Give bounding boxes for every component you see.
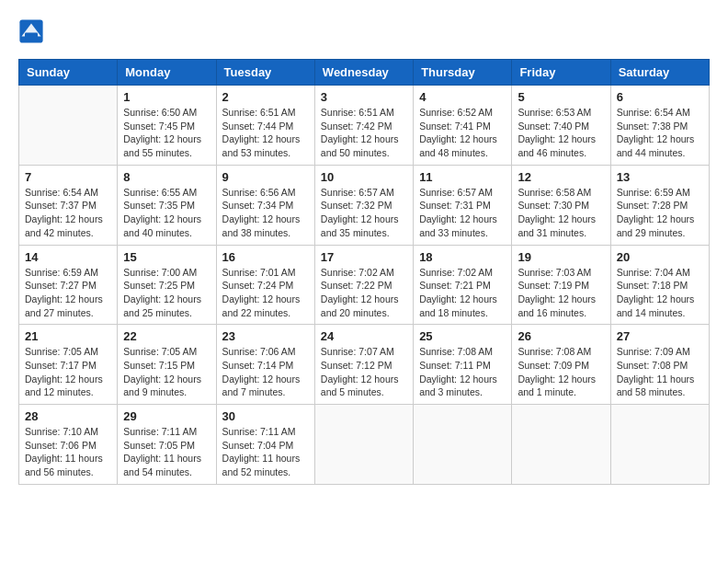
day-info: Sunrise: 7:03 AMSunset: 7:19 PMDaylight:…: [518, 266, 604, 320]
day-info: Sunrise: 6:56 AMSunset: 7:34 PMDaylight:…: [222, 186, 309, 240]
day-info: Sunrise: 6:59 AMSunset: 7:27 PMDaylight:…: [25, 266, 111, 320]
day-info: Sunrise: 7:05 AMSunset: 7:17 PMDaylight:…: [25, 345, 111, 399]
calendar-cell: 21Sunrise: 7:05 AMSunset: 7:17 PMDayligh…: [19, 325, 118, 405]
day-number: 15: [123, 250, 210, 264]
day-info: Sunrise: 7:11 AMSunset: 7:05 PMDaylight:…: [123, 425, 210, 479]
day-info: Sunrise: 7:02 AMSunset: 7:22 PMDaylight:…: [321, 266, 407, 320]
calendar-cell: [19, 86, 118, 166]
day-number: 25: [419, 329, 506, 343]
calendar-week-row: 28Sunrise: 7:10 AMSunset: 7:06 PMDayligh…: [19, 405, 710, 485]
weekday-header-sunday: Sunday: [19, 60, 118, 86]
calendar-cell: [512, 405, 610, 485]
day-number: 24: [321, 329, 407, 343]
day-number: 5: [518, 90, 604, 104]
calendar-cell: 26Sunrise: 7:08 AMSunset: 7:09 PMDayligh…: [512, 325, 610, 405]
day-number: 20: [617, 250, 703, 264]
day-number: 22: [123, 329, 210, 343]
day-number: 16: [222, 250, 309, 264]
day-info: Sunrise: 7:04 AMSunset: 7:18 PMDaylight:…: [617, 266, 703, 320]
svg-rect-2: [25, 32, 38, 39]
day-number: 12: [518, 170, 604, 184]
calendar-cell: 15Sunrise: 7:00 AMSunset: 7:25 PMDayligh…: [118, 245, 216, 325]
day-info: Sunrise: 6:57 AMSunset: 7:31 PMDaylight:…: [419, 186, 506, 240]
day-number: 1: [123, 90, 210, 104]
calendar-cell: 22Sunrise: 7:05 AMSunset: 7:15 PMDayligh…: [118, 325, 216, 405]
day-info: Sunrise: 6:51 AMSunset: 7:42 PMDaylight:…: [321, 106, 407, 160]
calendar-cell: [610, 405, 709, 485]
calendar-cell: 20Sunrise: 7:04 AMSunset: 7:18 PMDayligh…: [610, 245, 709, 325]
day-number: 19: [518, 250, 604, 264]
calendar-cell: 4Sunrise: 6:52 AMSunset: 7:41 PMDaylight…: [414, 86, 512, 166]
calendar-week-row: 1Sunrise: 6:50 AMSunset: 7:45 PMDaylight…: [19, 86, 710, 166]
day-info: Sunrise: 7:01 AMSunset: 7:24 PMDaylight:…: [222, 266, 309, 320]
calendar-cell: 11Sunrise: 6:57 AMSunset: 7:31 PMDayligh…: [414, 165, 512, 245]
day-info: Sunrise: 7:05 AMSunset: 7:15 PMDaylight:…: [123, 345, 210, 399]
day-info: Sunrise: 6:57 AMSunset: 7:32 PMDaylight:…: [321, 186, 407, 240]
day-number: 11: [419, 170, 506, 184]
calendar-week-row: 14Sunrise: 6:59 AMSunset: 7:27 PMDayligh…: [19, 245, 710, 325]
calendar-cell: 19Sunrise: 7:03 AMSunset: 7:19 PMDayligh…: [512, 245, 610, 325]
calendar-cell: [314, 405, 413, 485]
day-number: 7: [25, 170, 111, 184]
weekday-header-tuesday: Tuesday: [216, 60, 314, 86]
calendar-cell: 25Sunrise: 7:08 AMSunset: 7:11 PMDayligh…: [414, 325, 512, 405]
logo-icon: [18, 18, 44, 44]
weekday-header-monday: Monday: [118, 60, 216, 86]
calendar-cell: 10Sunrise: 6:57 AMSunset: 7:32 PMDayligh…: [314, 165, 413, 245]
calendar-header-row: SundayMondayTuesdayWednesdayThursdayFrid…: [19, 60, 710, 86]
day-info: Sunrise: 7:09 AMSunset: 7:08 PMDaylight:…: [617, 345, 703, 399]
calendar: SundayMondayTuesdayWednesdayThursdayFrid…: [18, 59, 710, 485]
calendar-week-row: 21Sunrise: 7:05 AMSunset: 7:17 PMDayligh…: [19, 325, 710, 405]
calendar-cell: 28Sunrise: 7:10 AMSunset: 7:06 PMDayligh…: [19, 405, 118, 485]
weekday-header-thursday: Thursday: [414, 60, 512, 86]
day-number: 18: [419, 250, 506, 264]
calendar-cell: 16Sunrise: 7:01 AMSunset: 7:24 PMDayligh…: [216, 245, 314, 325]
calendar-cell: 6Sunrise: 6:54 AMSunset: 7:38 PMDaylight…: [610, 86, 709, 166]
calendar-cell: 9Sunrise: 6:56 AMSunset: 7:34 PMDaylight…: [216, 165, 314, 245]
calendar-cell: 3Sunrise: 6:51 AMSunset: 7:42 PMDaylight…: [314, 86, 413, 166]
day-number: 3: [321, 90, 407, 104]
day-number: 6: [617, 90, 703, 104]
day-number: 29: [123, 409, 210, 423]
day-number: 21: [25, 329, 111, 343]
day-number: 28: [25, 409, 111, 423]
calendar-cell: 23Sunrise: 7:06 AMSunset: 7:14 PMDayligh…: [216, 325, 314, 405]
calendar-cell: 2Sunrise: 6:51 AMSunset: 7:44 PMDaylight…: [216, 86, 314, 166]
calendar-cell: 8Sunrise: 6:55 AMSunset: 7:35 PMDaylight…: [118, 165, 216, 245]
calendar-cell: 12Sunrise: 6:58 AMSunset: 7:30 PMDayligh…: [512, 165, 610, 245]
calendar-cell: 14Sunrise: 6:59 AMSunset: 7:27 PMDayligh…: [19, 245, 118, 325]
calendar-cell: 30Sunrise: 7:11 AMSunset: 7:04 PMDayligh…: [216, 405, 314, 485]
calendar-cell: 29Sunrise: 7:11 AMSunset: 7:05 PMDayligh…: [118, 405, 216, 485]
day-info: Sunrise: 6:53 AMSunset: 7:40 PMDaylight:…: [518, 106, 604, 160]
weekday-header-friday: Friday: [512, 60, 610, 86]
day-info: Sunrise: 7:08 AMSunset: 7:11 PMDaylight:…: [419, 345, 506, 399]
day-number: 10: [321, 170, 407, 184]
calendar-cell: 7Sunrise: 6:54 AMSunset: 7:37 PMDaylight…: [19, 165, 118, 245]
calendar-week-row: 7Sunrise: 6:54 AMSunset: 7:37 PMDaylight…: [19, 165, 710, 245]
calendar-cell: 13Sunrise: 6:59 AMSunset: 7:28 PMDayligh…: [610, 165, 709, 245]
calendar-cell: 17Sunrise: 7:02 AMSunset: 7:22 PMDayligh…: [314, 245, 413, 325]
day-number: 14: [25, 250, 111, 264]
day-info: Sunrise: 7:02 AMSunset: 7:21 PMDaylight:…: [419, 266, 506, 320]
day-info: Sunrise: 6:51 AMSunset: 7:44 PMDaylight:…: [222, 106, 309, 160]
day-number: 30: [222, 409, 309, 423]
day-number: 2: [222, 90, 309, 104]
calendar-cell: 24Sunrise: 7:07 AMSunset: 7:12 PMDayligh…: [314, 325, 413, 405]
calendar-cell: 1Sunrise: 6:50 AMSunset: 7:45 PMDaylight…: [118, 86, 216, 166]
day-info: Sunrise: 7:00 AMSunset: 7:25 PMDaylight:…: [123, 266, 210, 320]
day-info: Sunrise: 7:08 AMSunset: 7:09 PMDaylight:…: [518, 345, 604, 399]
day-info: Sunrise: 7:07 AMSunset: 7:12 PMDaylight:…: [321, 345, 407, 399]
day-number: 8: [123, 170, 210, 184]
day-number: 27: [617, 329, 703, 343]
day-info: Sunrise: 7:06 AMSunset: 7:14 PMDaylight:…: [222, 345, 309, 399]
day-info: Sunrise: 6:59 AMSunset: 7:28 PMDaylight:…: [617, 186, 703, 240]
calendar-cell: 5Sunrise: 6:53 AMSunset: 7:40 PMDaylight…: [512, 86, 610, 166]
day-number: 4: [419, 90, 506, 104]
weekday-header-saturday: Saturday: [610, 60, 709, 86]
day-number: 13: [617, 170, 703, 184]
logo: [18, 18, 46, 44]
day-info: Sunrise: 6:52 AMSunset: 7:41 PMDaylight:…: [419, 106, 506, 160]
day-info: Sunrise: 6:50 AMSunset: 7:45 PMDaylight:…: [123, 106, 210, 160]
calendar-cell: 18Sunrise: 7:02 AMSunset: 7:21 PMDayligh…: [414, 245, 512, 325]
calendar-cell: 27Sunrise: 7:09 AMSunset: 7:08 PMDayligh…: [610, 325, 709, 405]
